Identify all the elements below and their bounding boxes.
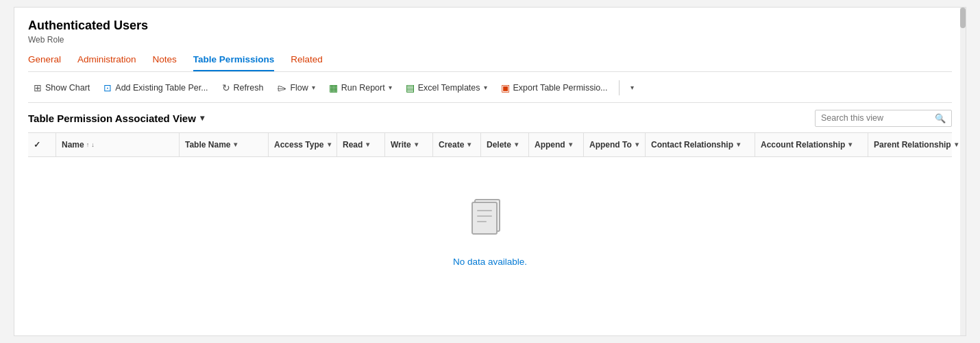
run-report-button[interactable]: ▦ Run Report ▾ — [323, 79, 397, 97]
show-chart-icon: ⊞ — [34, 82, 42, 93]
col-header-contact-relationship[interactable]: Contact Relationship ▾ — [645, 133, 755, 156]
write-chevron-icon: ▾ — [415, 141, 418, 148]
col-header-write[interactable]: Write ▾ — [384, 133, 432, 156]
col-header-access-type[interactable]: Access Type ▾ — [268, 133, 336, 156]
flow-button[interactable]: ⌲ Flow ▾ — [271, 79, 320, 97]
svg-rect-1 — [472, 202, 497, 234]
delete-chevron-icon: ▾ — [515, 141, 518, 148]
search-input[interactable] — [821, 113, 935, 123]
toolbar-separator — [619, 80, 620, 95]
col-header-account-relationship[interactable]: Account Relationship ▾ — [755, 133, 868, 156]
scrollbar-thumb[interactable] — [960, 8, 966, 28]
append-to-chevron-icon: ▾ — [635, 141, 639, 148]
col-header-create[interactable]: Create ▾ — [432, 133, 480, 156]
search-icon[interactable]: 🔍 — [935, 113, 946, 123]
read-chevron-icon: ▾ — [366, 141, 369, 148]
checkmark-icon: ✓ — [34, 140, 40, 150]
add-existing-icon: ⊡ — [103, 82, 112, 93]
excel-templates-button[interactable]: ▤ Excel Templates ▾ — [400, 79, 493, 97]
main-card: Authenticated Users Web Role General Adm… — [14, 7, 966, 336]
flow-chevron-icon: ▾ — [312, 84, 315, 91]
col-header-delete[interactable]: Delete ▾ — [480, 133, 528, 156]
tab-administration[interactable]: Administration — [77, 54, 136, 71]
scrollbar-track[interactable] — [960, 8, 966, 335]
flow-icon: ⌲ — [277, 82, 286, 93]
excel-templates-icon: ▤ — [406, 82, 415, 93]
page-header: Authenticated Users Web Role — [28, 19, 952, 45]
view-title-chevron-icon: ▾ — [200, 113, 204, 123]
empty-state: No data available. — [28, 157, 952, 294]
parent-rel-chevron-icon: ▾ — [955, 141, 958, 148]
access-type-chevron-icon: ▾ — [328, 141, 331, 148]
create-chevron-icon: ▾ — [467, 141, 471, 148]
account-rel-chevron-icon: ▾ — [848, 141, 852, 148]
show-chart-button[interactable]: ⊞ Show Chart — [28, 79, 95, 97]
search-box: 🔍 — [815, 110, 952, 127]
col-checkbox[interactable]: ✓ — [28, 140, 56, 150]
view-header: Table Permission Associated View ▾ 🔍 — [28, 103, 952, 132]
export-button[interactable]: ▣ Export Table Permissio... — [495, 79, 613, 97]
tab-related[interactable]: Related — [291, 54, 323, 71]
view-title[interactable]: Table Permission Associated View ▾ — [28, 113, 204, 124]
contact-rel-chevron-icon: ▾ — [737, 141, 740, 148]
tab-table-permissions[interactable]: Table Permissions — [193, 54, 274, 71]
more-chevron-icon: ▾ — [630, 84, 634, 91]
add-existing-button[interactable]: ⊡ Add Existing Table Per... — [98, 79, 213, 97]
page-subtitle: Web Role — [28, 35, 952, 45]
excel-chevron-icon: ▾ — [484, 84, 487, 91]
run-report-chevron-icon: ▾ — [389, 84, 392, 91]
run-report-icon: ▦ — [329, 82, 338, 93]
col-header-table-name[interactable]: Table Name ▾ — [179, 133, 268, 156]
append-chevron-icon: ▾ — [569, 141, 572, 148]
col-header-append[interactable]: Append ▾ — [528, 133, 583, 156]
toolbar: ⊞ Show Chart ⊡ Add Existing Table Per...… — [28, 72, 952, 103]
export-icon: ▣ — [501, 82, 510, 93]
name-sort-down-icon: ↓ — [91, 141, 95, 148]
refresh-button[interactable]: ↻ Refresh — [217, 79, 269, 97]
more-options-button[interactable]: ▾ — [625, 80, 639, 95]
col-header-name[interactable]: Name ↑ ↓ — [56, 133, 179, 156]
col-header-append-to[interactable]: Append To ▾ — [583, 133, 645, 156]
name-sort-up-icon: ↑ — [86, 141, 90, 148]
tab-general[interactable]: General — [28, 54, 61, 71]
refresh-icon: ↻ — [222, 82, 230, 93]
no-data-icon — [471, 198, 509, 248]
page-title: Authenticated Users — [28, 19, 952, 34]
tabs-container: General Administration Notes Table Permi… — [28, 54, 952, 72]
tab-notes[interactable]: Notes — [153, 54, 177, 71]
table-name-chevron-icon: ▾ — [234, 141, 237, 148]
col-header-read[interactable]: Read ▾ — [336, 133, 384, 156]
table-header: ✓ Name ↑ ↓ Table Name ▾ Access Type ▾ Re… — [28, 132, 952, 157]
no-data-text: No data available. — [453, 257, 527, 267]
